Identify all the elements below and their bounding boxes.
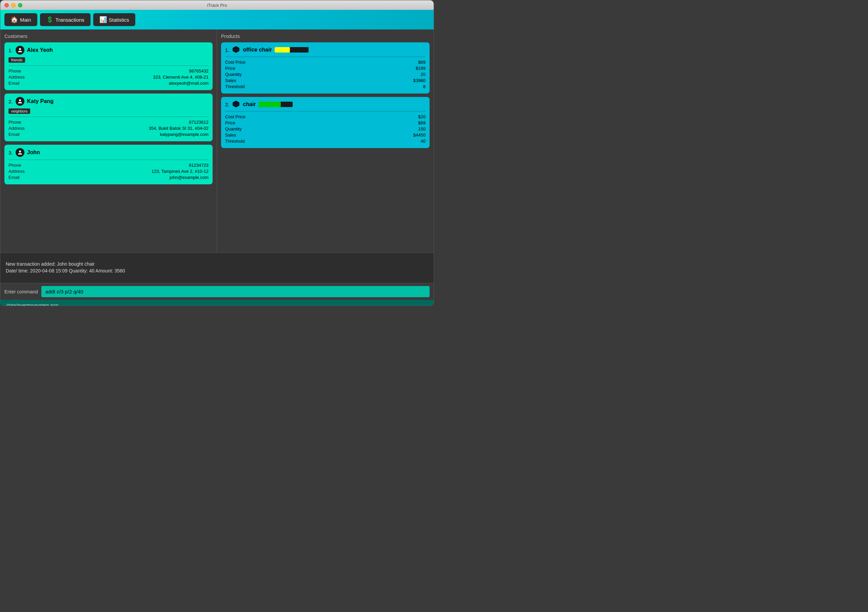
customer-address-row: Address 323, Clementi Ave 4, #08-21: [8, 74, 209, 80]
customer-card[interactable]: 2. Katy Pang neighbors Phone 87123612 Ad…: [5, 94, 212, 141]
products-list: 1. office chair Cost Price $69 Price: [221, 42, 429, 148]
statistics-nav-label: Statistics: [109, 17, 129, 23]
address-label: Address: [8, 169, 25, 174]
product-price-row: Price $89: [225, 120, 426, 125]
minimize-button[interactable]: [11, 3, 16, 8]
email-value: katypang@example.com: [160, 132, 209, 137]
product-card[interactable]: 2. chair Cost Price $20 Price $89: [221, 97, 429, 148]
threshold-label: Threshold: [225, 139, 245, 144]
email-label: Email: [8, 175, 20, 180]
customer-tag: friends: [8, 57, 25, 63]
product-cost-price-row: Cost Price $69: [225, 60, 426, 65]
traffic-lights: [5, 3, 22, 8]
bottom-path-bar: ./data/inventorysystem.json: [0, 300, 434, 306]
title-bar: iTrack Pro: [0, 0, 434, 10]
email-value: john@example.com: [169, 175, 209, 180]
product-name: office chair: [243, 47, 272, 53]
home-icon: 🏠: [11, 16, 18, 23]
email-value: alexyeoh@mail.com: [169, 80, 209, 86]
threshold-value: 40: [421, 139, 426, 144]
customer-number: 3.: [8, 150, 13, 156]
statistics-nav-button[interactable]: 📊 Statistics: [93, 13, 135, 26]
customers-title: Customers: [5, 34, 212, 39]
customer-card[interactable]: 1. Alex Yeoh friends Phone 98765432 Addr…: [5, 42, 212, 90]
customer-number: 2.: [8, 99, 13, 104]
product-sales-row: Sales $4450: [225, 133, 426, 138]
product-header: 2. chair: [225, 100, 426, 108]
address-value: 354, Bukit Batok St 31, #04-02: [149, 126, 209, 131]
quantity-value: 150: [418, 127, 426, 131]
close-button[interactable]: [5, 3, 9, 8]
customer-phone-row: Phone 87123612: [8, 120, 209, 125]
file-path: ./data/inventorysystem.json: [5, 303, 59, 306]
phone-label: Phone: [8, 68, 22, 74]
customer-avatar: [16, 46, 25, 54]
stock-bar-container: [274, 47, 426, 53]
transactions-icon: 💲: [46, 16, 54, 23]
customer-number: 1.: [8, 48, 13, 53]
stock-bar-fill: [274, 47, 290, 53]
threshold-value: 8: [423, 84, 426, 89]
quantity-label: Quantity: [225, 72, 242, 77]
sales-value: $4450: [413, 133, 426, 138]
phone-label: Phone: [8, 120, 22, 125]
customer-avatar: [16, 148, 25, 157]
status-line2: Date/ time: 2020-04-08 15:09 Quantity: 4…: [6, 268, 428, 274]
product-quantity-row: Quantity 20: [225, 72, 426, 77]
price-label: Price: [225, 66, 235, 71]
quantity-label: Quantity: [225, 127, 242, 131]
svg-point-2: [19, 150, 21, 153]
customer-phone-row: Phone 98765432: [8, 68, 209, 74]
customer-email-row: Email john@example.com: [8, 175, 209, 180]
main-content: Customers 1. Alex Yeoh friends Phone 987…: [0, 29, 434, 252]
email-label: Email: [8, 132, 20, 137]
phone-label: Phone: [8, 163, 22, 168]
command-label: Enter command: [5, 289, 38, 295]
quantity-value: 20: [421, 72, 426, 77]
address-label: Address: [8, 126, 25, 131]
main-nav-label: Main: [20, 17, 31, 23]
product-number: 1.: [225, 47, 229, 53]
customer-name: Katy Pang: [27, 98, 54, 104]
product-price-row: Price $199: [225, 66, 426, 71]
product-card[interactable]: 1. office chair Cost Price $69 Price: [221, 42, 429, 94]
command-bar: Enter command: [0, 283, 434, 300]
stock-bar-bg: [274, 47, 308, 53]
stock-bar-fill: [259, 102, 281, 107]
status-line1: New transaction added: John bought chair: [6, 261, 428, 267]
products-title: Products: [221, 34, 429, 39]
address-label: Address: [8, 74, 25, 80]
product-name: chair: [243, 101, 256, 107]
main-nav-button[interactable]: 🏠 Main: [5, 13, 37, 26]
address-value: 123, Tampines Ave 2, #10-12: [152, 169, 209, 174]
cost-price-value: $20: [418, 114, 426, 119]
customer-header: 1. Alex Yeoh: [8, 46, 209, 54]
customer-address-row: Address 354, Bukit Batok St 31, #04-02: [8, 126, 209, 131]
product-threshold-row: Threshold 40: [225, 139, 426, 144]
address-value: 323, Clementi Ave 4, #08-21: [153, 74, 209, 80]
price-label: Price: [225, 120, 235, 125]
customer-address-row: Address 123, Tampines Ave 2, #10-12: [8, 169, 209, 174]
toolbar: 🏠 Main 💲 Transactions 📊 Statistics: [0, 10, 434, 29]
product-box-icon: [232, 46, 240, 54]
stock-bar-bg: [259, 102, 293, 107]
customer-card[interactable]: 3. John Phone 81234723 Address 123, Tamp…: [5, 145, 212, 184]
transactions-nav-button[interactable]: 💲 Transactions: [40, 13, 90, 26]
customer-tag: neighbors: [8, 108, 30, 114]
customer-email-row: Email katypang@example.com: [8, 132, 209, 137]
customer-name: Alex Yeoh: [27, 47, 53, 53]
customer-name: John: [27, 150, 40, 156]
phone-value: 98765432: [189, 68, 209, 74]
maximize-button[interactable]: [18, 3, 22, 8]
product-header: 1. office chair: [225, 46, 426, 54]
email-label: Email: [8, 80, 20, 86]
phone-value: 81234723: [189, 163, 209, 168]
svg-point-0: [19, 48, 21, 50]
cost-price-value: $69: [418, 60, 426, 65]
status-bar: New transaction added: John bought chair…: [0, 252, 434, 283]
customer-header: 2. Katy Pang: [8, 97, 209, 106]
threshold-label: Threshold: [225, 84, 245, 89]
price-value: $89: [418, 120, 426, 125]
command-input[interactable]: [41, 286, 429, 297]
sales-value: $3980: [413, 78, 426, 83]
